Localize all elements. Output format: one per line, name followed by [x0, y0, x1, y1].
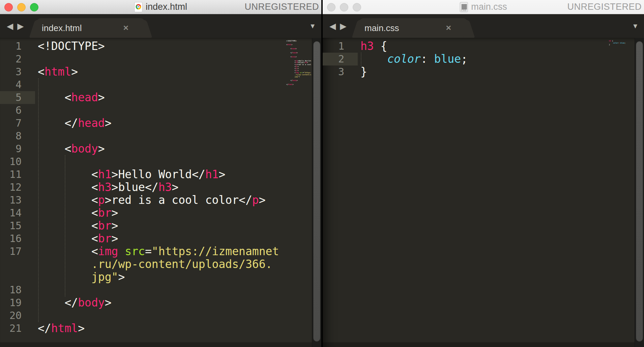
code-line-text: color: blue; — [358, 53, 468, 65]
code-line-text: <img src="https://izmenamnet — [35, 245, 279, 258]
tab-back-icon[interactable]: ◀ — [329, 21, 336, 31]
tab-close-icon[interactable]: ✕ — [445, 24, 451, 32]
tab-nav-arrows: ◀ ▶ — [329, 14, 346, 38]
code-row[interactable]: 4 — [0, 78, 321, 91]
code-row[interactable]: 8 — [0, 130, 321, 142]
code-line-text: .ru/wp-content/uploads/366. — [35, 258, 272, 271]
tab-overflow-icon[interactable]: ▼ — [309, 14, 316, 38]
line-number: 14 — [0, 207, 35, 219]
code-row[interactable]: 9 <body> — [0, 142, 321, 155]
code-row[interactable]: 21</html> — [0, 322, 321, 335]
line-number: 8 — [0, 130, 35, 142]
line-number: 12 — [0, 181, 35, 194]
unregistered-label: UNREGISTERED — [244, 0, 319, 14]
code-row[interactable]: .ru/wp-content/uploads/366. — [0, 258, 321, 271]
code-line-text: } — [358, 65, 367, 78]
zoom-window-button[interactable] — [353, 3, 361, 11]
code-line-text: </head> — [35, 117, 112, 130]
close-window-button[interactable] — [4, 3, 13, 11]
minimize-window-button[interactable] — [17, 3, 26, 11]
code-line-text — [35, 130, 38, 142]
minimap[interactable]: h3 { color: blue;} — [604, 40, 634, 283]
code-line-text — [35, 284, 38, 296]
code-editor[interactable]: 1h3 {2 color: blue;3} h3 { color: blue;} — [323, 38, 644, 347]
minimap-line: } — [609, 44, 634, 46]
titlebar[interactable]: index.html UNREGISTERED — [0, 0, 321, 14]
code-row[interactable]: 1h3 { — [323, 40, 644, 53]
line-number: 2 — [0, 53, 35, 65]
code-row[interactable]: 6 — [0, 104, 321, 117]
minimap[interactable]: <!DOCTYPE><html> <head> </head> <body> <… — [282, 40, 311, 283]
tab-overflow-icon[interactable]: ▼ — [632, 14, 639, 38]
line-number: 9 — [0, 142, 35, 155]
code-line-text: </body> — [35, 296, 112, 309]
code-row[interactable]: 2 — [0, 53, 321, 65]
code-row[interactable]: 2 color: blue; — [323, 53, 644, 65]
css-file-icon: CSS — [460, 2, 468, 12]
tab-forward-icon[interactable]: ▶ — [340, 21, 346, 31]
code-row[interactable]: 15 <br> — [0, 219, 321, 232]
code-row[interactable]: 16 <br> — [0, 232, 321, 245]
code-line-text: <br> — [35, 207, 118, 219]
line-number: 5 — [0, 91, 35, 104]
code-row[interactable]: 12 <h3>blue</h3> — [0, 181, 321, 194]
window-title: main.css — [471, 2, 507, 12]
code-line-text — [35, 78, 38, 91]
code-row[interactable]: 20 — [0, 309, 321, 322]
titlebar[interactable]: CSS main.css UNREGISTERED — [323, 0, 644, 14]
code-editor[interactable]: 1<!DOCTYPE>23<html>45 <head>67 </head>89… — [0, 38, 321, 347]
code-row[interactable]: 18 — [0, 284, 321, 296]
tab-main-css[interactable]: main.css ✕ — [360, 18, 467, 38]
code-row[interactable]: 19 </body> — [0, 296, 321, 309]
code-area[interactable]: 1h3 {2 color: blue;3} — [323, 38, 644, 347]
css-ext-label: CSS — [460, 9, 467, 12]
line-number: 3 — [0, 65, 35, 78]
line-number — [0, 258, 35, 271]
vertical-scrollbar-thumb[interactable] — [313, 41, 320, 342]
code-row[interactable]: 1<!DOCTYPE> — [0, 40, 321, 53]
tab-forward-icon[interactable]: ▶ — [17, 21, 24, 31]
code-row[interactable]: 11 <h1>Hello World</h1> — [0, 168, 321, 181]
line-number: 10 — [0, 155, 35, 168]
code-row[interactable]: jpg"> — [0, 271, 321, 284]
code-row[interactable]: 7 </head> — [0, 117, 321, 130]
code-row[interactable]: 5 <head> — [0, 91, 321, 104]
code-row[interactable]: 13 <p>red is a cool color</p> — [0, 194, 321, 207]
tab-label: main.css — [364, 23, 399, 33]
vertical-scrollbar[interactable] — [635, 38, 644, 347]
window-main-css: CSS main.css UNREGISTERED ◀ ▶ main.css ✕… — [323, 0, 644, 347]
window-title: index.html — [146, 2, 187, 12]
code-row[interactable]: 3} — [323, 65, 644, 78]
line-number: 16 — [0, 232, 35, 245]
code-row[interactable]: 10 — [0, 155, 321, 168]
tab-index-html[interactable]: index.html ✕ — [37, 18, 144, 38]
code-area[interactable]: 1<!DOCTYPE>23<html>45 <head>67 </head>89… — [0, 38, 321, 347]
html-file-icon — [134, 2, 142, 12]
code-line-text: <h3>blue</h3> — [35, 181, 178, 194]
line-number: 6 — [0, 104, 35, 117]
zoom-window-button[interactable] — [30, 3, 38, 11]
tab-label: index.html — [42, 23, 82, 33]
line-number: 7 — [0, 117, 35, 130]
vertical-scrollbar-thumb[interactable] — [636, 41, 643, 342]
unregistered-label: UNREGISTERED — [567, 0, 642, 14]
code-row[interactable]: 14 <br> — [0, 207, 321, 219]
line-number: 3 — [323, 65, 358, 78]
code-row[interactable]: 3<html> — [0, 65, 321, 78]
code-row[interactable]: 17 <img src="https://izmenamnet — [0, 245, 321, 258]
indent-guide — [65, 155, 65, 296]
tab-back-icon[interactable]: ◀ — [7, 21, 13, 31]
close-window-button[interactable] — [327, 3, 335, 11]
tab-bar: ◀ ▶ main.css ✕ ▼ — [323, 14, 644, 38]
line-number: 13 — [0, 194, 35, 207]
code-line-text — [35, 309, 38, 322]
code-line-text: <p>red is a cool color</p> — [35, 194, 266, 207]
line-number: 1 — [323, 40, 358, 53]
tab-close-icon[interactable]: ✕ — [123, 24, 129, 32]
window-index-html: index.html UNREGISTERED ◀ ▶ index.html ✕… — [0, 0, 321, 347]
minimize-window-button[interactable] — [340, 3, 348, 11]
line-number: 18 — [0, 284, 35, 296]
bottom-edge — [323, 342, 635, 347]
vertical-scrollbar[interactable] — [312, 38, 321, 347]
line-number: 4 — [0, 78, 35, 91]
